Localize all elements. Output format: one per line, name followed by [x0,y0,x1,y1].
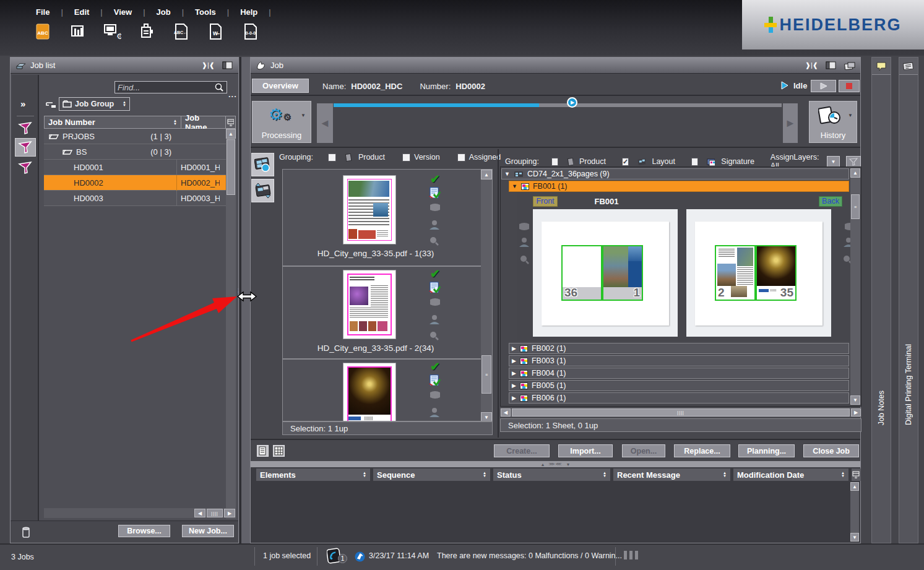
tree-layout-row-fb003[interactable]: ▶ FB003 (1) [509,355,849,366]
scroll-thumb[interactable]: ≡ [851,194,860,219]
tree-layout-row-fb005[interactable]: ▶ FB005 (1) [509,380,849,391]
page-thumbnail[interactable] [343,270,395,339]
tab-digital-printing-terminal[interactable]: Digital Printing Terminal [899,57,918,543]
back-sheet-preview[interactable]: 2 35 [686,209,831,337]
placed-page-35[interactable]: 35 [756,245,797,301]
collapsed-arrow-icon[interactable]: ▶ [512,345,516,352]
collapsed-arrow-icon[interactable]: ▶ [512,358,516,364]
filter-funnel-2-selected[interactable] [15,138,36,157]
job-table-hscrollbar[interactable]: ◀ |||| ▶ [44,508,236,518]
filter-funnel-3-icon[interactable] [17,160,33,175]
tree-collapse-icon[interactable] [45,101,56,110]
scroll-up-icon[interactable]: ▲ [481,170,492,179]
filter-funnel-1-icon[interactable] [17,121,33,136]
document-w-icon[interactable]: w̶ [205,21,227,42]
scroll-up-icon[interactable]: ▲ [850,482,859,491]
scroll-down-icon[interactable]: ▼ [850,533,859,542]
import-button[interactable]: Import... [558,444,613,457]
scroll-up-icon[interactable]: ▲ [226,129,236,139]
page-thumbnail[interactable] [343,176,395,244]
page-thumbnail[interactable] [343,363,395,421]
checkbox-product[interactable] [551,158,558,166]
scroll-grip[interactable]: |||| [207,509,223,517]
scroll-up-icon[interactable]: ▲ [850,168,860,178]
processing-button[interactable]: ⚙⚙ ▼ Processing [252,101,311,143]
filter-button[interactable] [846,156,861,168]
magnifier-icon[interactable] [519,254,532,264]
document-card-2[interactable]: ✔ HD_City_eng_33-35.pdf - 2(34) [283,267,481,357]
flag-icon[interactable] [429,203,441,214]
import-document-icon[interactable]: ABC← [171,21,192,42]
printer-icon[interactable] [67,21,88,42]
column-config-icon[interactable] [226,116,236,129]
flag-icon[interactable] [429,298,441,309]
expanded-arrow-icon[interactable]: ▼ [512,183,517,189]
flag-icon[interactable] [429,391,441,402]
tree-root-row[interactable]: ▼ CD74_2x1_36pages (9) [501,168,849,179]
expand-rail-button[interactable]: » [20,98,25,109]
document-link-icon[interactable]: 0-0-0 [240,21,261,42]
replace-button[interactable]: Replace... [674,444,730,457]
job-table-vscrollbar[interactable]: ▲ [226,129,236,519]
close-job-button[interactable]: Close Job [803,444,859,457]
person-icon[interactable] [429,220,441,231]
collapsed-arrow-icon[interactable]: ▶ [512,382,516,389]
press-machine-icon[interactable] [136,21,157,42]
tab-job-notes[interactable]: Job Notes [871,57,891,543]
scroll-down-icon[interactable]: ▼ [481,412,492,421]
sheets-vscrollbar[interactable]: ▲ ≡ ▼ [850,168,860,405]
job-notes-icon-button[interactable] [872,58,891,75]
tree-layout-row-fb006[interactable]: ▶ FB006 (1) [509,392,849,404]
checkbox-product[interactable] [328,153,336,162]
job-row-hd0003[interactable]: HD0003 HD0003_HDC [44,191,226,206]
placed-page-36[interactable]: 36 [561,245,602,301]
person-icon[interactable] [429,407,441,418]
new-job-button[interactable]: New Job... [182,525,234,537]
group-selector[interactable]: Job Group ▲▼ [59,97,130,111]
scroll-thumb[interactable]: |||| [512,408,850,417]
menu-view[interactable]: View [108,6,138,18]
job-group-row-prjobs[interactable]: PRJOBS (1 | 3) [44,129,226,144]
menu-help[interactable]: Help [234,6,264,18]
panel-splitter[interactable]: ⁞⁞ [240,57,250,543]
column-job-name[interactable]: Job Name [181,116,226,129]
terminal-icon-button[interactable] [899,58,918,75]
column-status[interactable]: Status▲▼ [493,469,610,481]
magnifier-icon[interactable] [429,330,441,342]
scroll-right-icon[interactable]: ▶ [851,408,861,417]
computer-settings-icon[interactable]: ⚙ [101,21,123,42]
assign-1up-button[interactable] [251,179,274,202]
scroll-left-icon[interactable]: ◀ [194,509,205,517]
job-row-hd0002-selected[interactable]: HD0002 HD0002_HDC [44,175,226,191]
horizontal-splitter[interactable]: ▲⋙⋘▼ [251,461,860,467]
column-sequence[interactable]: Sequence▲▼ [373,469,490,481]
collapsed-arrow-icon[interactable]: ▶ [512,395,516,401]
planning-button[interactable]: Planning... [738,444,795,457]
dropdown-arrow-icon[interactable]: ▼ [301,113,306,118]
scroll-thumb[interactable] [227,139,235,195]
flag-icon[interactable] [518,222,530,232]
open-button[interactable]: Open... [622,444,665,457]
trash-icon[interactable] [22,526,30,538]
column-elements[interactable]: Elements▲▼ [256,469,370,481]
back-side-badge[interactable]: Back [819,196,842,207]
magnifier-icon[interactable] [429,236,441,247]
collapsed-arrow-icon[interactable]: ▶ [512,370,516,376]
document-card-3[interactable]: ✔ [283,360,481,421]
scroll-down-icon[interactable]: ▼ [850,395,860,405]
steps-scroll-left[interactable]: ◄ [317,103,333,143]
search-icon[interactable] [214,83,224,92]
messages-indicator[interactable]: 1 [327,548,343,566]
checkbox-signature[interactable] [691,158,698,166]
history-button[interactable]: ▼ History [809,101,857,143]
view-list-button[interactable] [257,445,269,457]
assign-layers-dropdown[interactable]: ▼ [827,156,840,168]
tree-layout-row-fb004[interactable]: ▶ FB004 (1) [509,368,849,379]
sheets-hscrollbar[interactable]: ◀ |||| ▶ [500,408,861,417]
group-selector-spinner[interactable]: ▲▼ [123,101,126,107]
front-sheet-preview[interactable]: 36 1 [533,209,678,337]
document-card-1[interactable]: ✔ HD_City_eng_33-35.pdf - 1(33) [283,170,481,264]
placed-page-2[interactable]: 2 [715,245,756,301]
find-input[interactable]: Find... [114,81,227,93]
checkbox-version[interactable] [402,153,410,162]
